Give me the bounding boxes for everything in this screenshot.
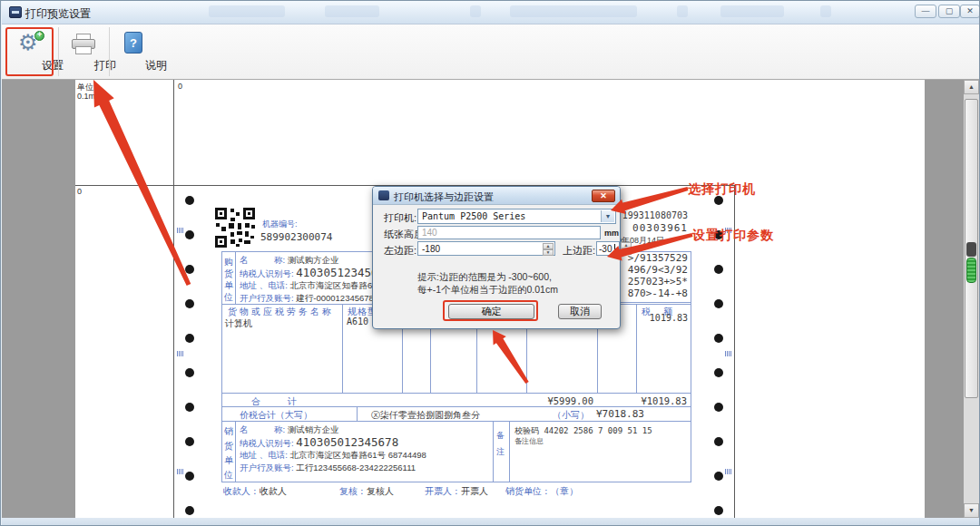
footer-reviewer: 复核：复核人 [339,485,394,498]
footer-value: 复核人 [367,486,394,496]
invoice-line [357,406,358,421]
xiaoxie-label: （小写） [553,409,589,422]
text-caret [614,244,615,254]
app-window: 打印预览设置 — ▢ ✕ ⚙ 设置 打印 ? 说明 单位 0.1mm [0,0,980,526]
settings-highlight-box [5,27,54,76]
ruler-unit-value: 0.1mm [77,92,103,101]
left-margin-label: 左边距: [384,244,416,258]
footer-payee: 收款人：收款人 [223,485,287,498]
field-label: 名 称: [240,255,285,265]
annotation-select-printer: 选择打印机 [688,181,756,198]
field-value: 工行123455668-234222256111 [296,463,416,472]
remark-info: 备注信息 [514,436,544,446]
feed-hole [714,472,723,481]
spin-down-icon[interactable]: ▼ [621,248,632,255]
buyer-side-label: 购货单位 [224,256,236,303]
scroll-down-icon[interactable]: ▼ [964,503,979,518]
spin-down-icon[interactable]: ▼ [543,249,554,256]
ruler-vertical-line [173,80,174,518]
field-value: 410305012345678 [296,435,398,449]
invoice-line [221,393,691,394]
daxie-label: 价税合计（大写） [240,409,312,422]
cancel-button[interactable]: 取消 [558,304,602,319]
feed-hole [185,472,194,481]
scrollbar-grip[interactable] [966,242,976,257]
perforation-mark [725,469,733,474]
left-margin-spinner[interactable]: ▲▼ [543,243,554,254]
field-value: 北京市海淀区知春路61号 68744498 [289,450,426,460]
dialog-icon [378,190,389,200]
printer-select[interactable]: Pantum P2500 Series ▼ [417,209,616,224]
feed-hole [185,368,194,377]
seller-taxid-row: 纳税人识别号: 410305012345678 [240,435,398,450]
item-spec: A610 [347,317,368,326]
paper-height-value: 140 [422,228,437,238]
invoice-line [221,251,222,482]
seller-address-row: 地址 、电话: 北京市海淀区知春路61号 68744498 [240,450,426,462]
vertical-scrollbar[interactable]: ▲ ▼ [964,80,979,518]
total-label: 合 计 [251,395,297,408]
dialog-hint-line2: 每+-1个单位相当于边距的0.01cm [417,284,558,297]
ruler-zero-left: 0 [77,187,82,196]
field-value: 建行-000012345678 [296,293,374,303]
field-label: 名 称: [240,424,285,434]
left-margin-field[interactable]: -180 ▲▼ [417,241,555,256]
daxie-value: ⓧ柒仟零壹拾捌圆捌角叁分 [371,409,480,422]
feed-hole [714,368,723,377]
feed-hole [714,403,723,412]
field-label: 纳税人识别号: [240,438,294,448]
field-label: 地址 、电话: [240,450,288,460]
total-amount: ¥5999.00 [509,395,593,406]
machine-no-value: 589902300074 [260,231,332,243]
footer-label: 复核： [339,486,367,496]
invoice-line [691,251,691,482]
dialog-title-bar[interactable]: 打印机选择与边距设置 ✕ [373,187,620,205]
buyer-bank-row: 开户行及账号: 建行-000012345678 [240,293,374,305]
dialog-hint-line1: 提示:边距的范围是为 -300~600, [417,271,552,284]
seller-bank-row: 开户行及账号: 工行123455668-234222256111 [240,463,416,474]
feed-hole [185,196,194,205]
feed-hole [714,334,723,343]
top-margin-field[interactable]: -30 [596,241,620,256]
feed-hole [185,506,194,515]
footer-label: 收款人： [223,486,260,496]
feed-hole [714,506,723,515]
buyer-taxid-row: 纳税人识别号: 41030512345678 [240,266,392,280]
perforation-mark [177,469,185,474]
chevron-down-icon[interactable]: ▼ [601,210,614,222]
top-margin-label: 上边距: [563,244,595,258]
annotation-set-params: 设置打印参数 [692,228,774,244]
machine-no-label: 机器编号: [262,219,298,230]
feed-hole [185,334,194,343]
perforation-mark [177,228,185,233]
perforation-mark [725,351,733,356]
field-label: 纳税人识别号: [240,268,294,278]
spin-up-icon[interactable]: ▲ [621,242,632,248]
footer-value: 开票人 [461,486,488,496]
ok-highlight-box [443,300,538,321]
footer-drawer: 开票人：开票人 [425,485,488,498]
total-tax: ¥1019.83 [600,395,687,406]
invoice-column-line [342,304,343,393]
perforation-mark [177,351,185,356]
top-margin-spinner[interactable]: ▲▼ [621,242,632,255]
field-label: 开户行及账号: [240,463,294,472]
seller-side-label: 销货单位 [224,424,236,482]
field-label: 地址 、电话: [240,280,288,290]
spin-up-icon[interactable]: ▲ [543,243,554,249]
top-margin-value: -30 [599,244,612,254]
invoice-line [509,421,510,482]
xiaoxie-value: ¥7018.83 [596,408,644,420]
buyer-address-row: 地址 、电话: 北京市海淀区知春路61号 [240,280,386,292]
scroll-up-icon[interactable]: ▲ [964,80,979,94]
dialog-close-icon[interactable]: ✕ [592,190,615,202]
qr-code [214,207,256,248]
feed-hole [185,437,194,446]
paper-height-field[interactable]: 140 [417,226,601,239]
remark-side-label: 备注 [496,427,507,460]
footer-label: 销货单位：（章） [505,486,578,496]
footer-seal: 销货单位：（章） [505,485,578,498]
field-label: 开户行及账号: [240,293,294,303]
feed-hole [714,265,723,274]
invoice-line [493,421,494,482]
